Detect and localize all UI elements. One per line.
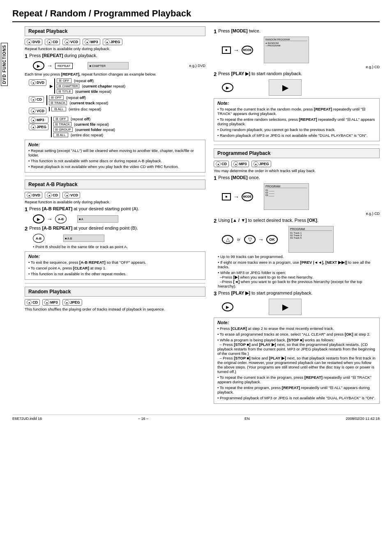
random-right-section: 1 Press [MODE] twice. ■ → MODE RANDOM PR… <box>214 28 380 141</box>
file-info: E6E72UD.indd 16 <box>12 417 42 421</box>
date-info: 2008/02/20 11:42:18 <box>346 417 380 421</box>
play-button-prog: ▶ <box>222 302 233 311</box>
disc-jpeg: ●JPEG <box>103 39 122 45</box>
ab-disc-vcd: ●VCD <box>62 192 80 198</box>
lang-label: EN <box>244 417 250 421</box>
repeat-step1: 1 Press [REPEAT] during playback. <box>25 53 205 59</box>
chapter-display: ■ CHAPTER <box>88 62 129 69</box>
vertical-label: DVD FUNCTIONS <box>1 43 8 86</box>
random-note: Note: • To repeat the current track in t… <box>214 98 380 141</box>
repeat-step1-diagram: ▶ → REPEAT ■ CHAPTER e.g.) DVD <box>33 61 205 70</box>
stop-button-prog: ■ <box>222 193 231 200</box>
ok-button: OK <box>266 235 278 244</box>
ab-availability: Repeat function is available only during… <box>25 200 205 204</box>
ab2-button: A-B <box>33 234 44 243</box>
random-step2-diagram: ▶ ▶ <box>222 79 380 96</box>
point-b-note: • Point B should be in the same title or… <box>33 244 205 249</box>
dvd-disc-label: ●DVD <box>29 79 46 86</box>
ab-step1: 1 Press [A-B REPEAT] at your desired sta… <box>25 206 205 212</box>
programmed-intro: You may determine the order in which tra… <box>214 168 380 173</box>
random-discs: ●CD ●MP3 ●JPEG <box>25 299 205 306</box>
ab-play-button: ▶ <box>33 214 44 223</box>
programmed-note: Note: • Press [CLEAR] at step 2 to erase… <box>214 318 380 404</box>
repeat-playback-discs: ●DVD ●CD ●VCD ●MP3 ●JPEG <box>25 39 205 45</box>
prog-disc-mp3: ●MP3 <box>231 161 249 167</box>
left-column: Repeat Playback ●DVD ●CD ●VCD ●MP3 ●JPEG <box>25 26 205 406</box>
random-play-screen: ▶ <box>269 79 302 96</box>
ab-button: A-B <box>55 214 67 223</box>
repeat-ab-note: Note: • To exit the sequence, press [A-B… <box>25 251 205 280</box>
down-button: ▽ <box>244 235 256 244</box>
repeat-ab-discs: ●DVD ●CD ●VCD <box>25 192 205 198</box>
mode-button-random: MODE <box>242 46 253 55</box>
random-step2: 2 Press [PLAY ▶] to start random playbac… <box>214 71 380 77</box>
prog-step1-diagram: ■ → MODE PROGRAM 01 ____ 02 ____ 03 ____ <box>222 183 380 210</box>
disc-mp3: ●MP3 <box>83 39 100 45</box>
prog-step1: 1 Press [MODE] once. <box>214 175 380 181</box>
prog-step2-screen: PROGRAM 01 Track 1 02 Track 3 03 Track 5 <box>288 226 334 253</box>
cd-disc-label: ●CD <box>29 96 44 103</box>
vcd-disc-label: ●VCD <box>29 108 46 114</box>
disc-cd: ●CD <box>45 39 60 45</box>
prog-step2-notes: • Up to 99 tracks can be programmed. • I… <box>218 254 380 288</box>
page-title: Repeat / Random / Programmed Playback <box>12 8 380 22</box>
repeat-ab-heading: Repeat A-B Playback <box>25 180 205 189</box>
prog-disc-cd: ●CD <box>214 161 229 167</box>
repeat-step1-label: e.g.) DVD <box>189 64 205 68</box>
prog-step3: 3 Press [PLAY ▶] to start programmed pla… <box>214 290 380 297</box>
repeat-availability: Repeat function is available only during… <box>25 46 205 51</box>
prog-play-screen: ▶ <box>269 299 302 315</box>
mp3-disc-label: ●MP3 <box>29 117 48 123</box>
jpeg-disc-label: ●JPEG <box>29 124 48 130</box>
disc-vcd: ●VCD <box>62 39 80 45</box>
random-screen: RANDOM PROGRAM ● RANDOM ○ PROGRAM <box>264 37 309 63</box>
ab-step2: 2 Press [A-B REPEAT] at your desired end… <box>25 226 205 232</box>
divider2 <box>25 283 205 283</box>
play-button-random: ▶ <box>222 83 233 92</box>
ab-display: ■ A-B <box>63 235 104 242</box>
dvd-repeat-options: ●DVD ▶ ⊟ OFF (repeat off) ⊟ CHAP <box>29 78 205 137</box>
ab-step2-diagram: A-B ■ A-B <box>33 234 205 243</box>
mode-button-prog: MODE <box>242 192 253 201</box>
random-disc-cd: ●CD <box>25 299 40 306</box>
each-press-text: Each time you press [REPEAT], repeat fun… <box>25 72 205 76</box>
random-step1-label: e.g.) CD <box>214 65 380 69</box>
random-step1: 1 Press [MODE] twice. <box>214 28 380 35</box>
repeat-playback-note: Note: • Repeat setting (except "ALL") wi… <box>25 140 205 173</box>
repeat-playback-heading: Repeat Playback <box>25 26 205 36</box>
page-footer: E6E72UD.indd 16 – 16 – EN 2008/02/20 11:… <box>12 415 380 421</box>
random-intro: This function shuffles the playing order… <box>25 307 205 311</box>
a-display: ■ A <box>77 215 118 223</box>
random-disc-mp3: ●MP3 <box>42 299 60 306</box>
ab-step1-diagram: ▶ → A-B ■ A <box>33 214 205 223</box>
page-number: – 16 – <box>138 417 148 421</box>
prog-step3-diagram: ▶ ▶ <box>222 299 380 315</box>
prog-step2: 2 Using [▲ / ▼] to select desired track.… <box>214 218 380 224</box>
programmed-playback-heading: Programmed Playback <box>214 148 380 158</box>
repeat-button-diagram: REPEAT <box>55 63 73 69</box>
random-playback-heading: Random Playback <box>25 287 205 297</box>
disc-dvd: ●DVD <box>25 39 42 45</box>
divider1 <box>25 176 205 176</box>
up-button: △ <box>222 235 233 244</box>
random-disc-jpeg: ●JPEG <box>62 299 82 306</box>
prog-step1-label: e.g.) CD <box>214 212 380 216</box>
random-step1-diagram: ■ → MODE RANDOM PROGRAM ● RANDOM ○ PROGR… <box>222 37 380 63</box>
prog-step2-diagram: △ or ▽ → OK PROGRAM 01 Track 1 02 Track … <box>222 226 380 253</box>
stop-button-random: ■ <box>222 46 231 54</box>
prog-screen: PROGRAM 01 ____ 02 ____ 03 ____ <box>264 183 309 210</box>
play-button-diagram: ▶ <box>33 61 44 70</box>
ab-disc-cd: ●CD <box>45 192 60 198</box>
prog-disc-jpeg: ●JPEG <box>251 161 271 167</box>
ab-disc-dvd: ●DVD <box>25 192 42 198</box>
divider3 <box>214 145 380 145</box>
programmed-discs: ●CD ●MP3 ●JPEG <box>214 161 380 167</box>
right-column: 1 Press [MODE] twice. ■ → MODE RANDOM PR… <box>214 26 380 406</box>
